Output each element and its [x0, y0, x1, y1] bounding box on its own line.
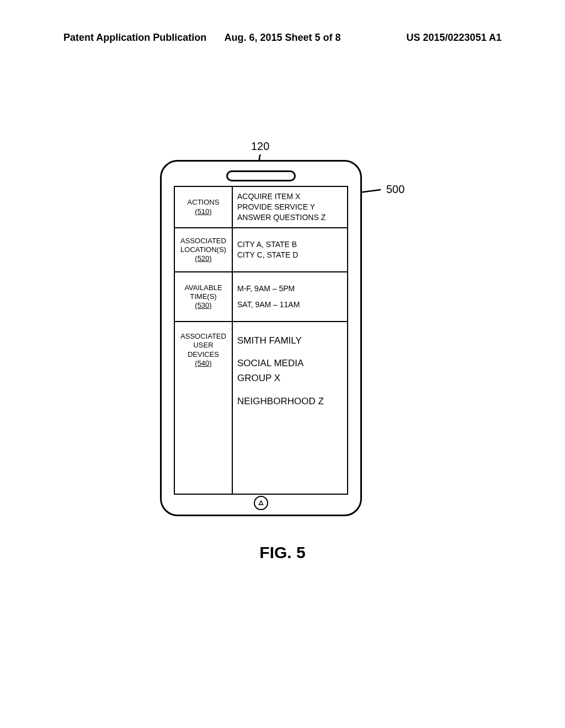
- phone-speaker: [226, 170, 296, 181]
- row-devices-title3: DEVICES: [188, 350, 219, 359]
- figure-caption: FIG. 5: [0, 543, 565, 562]
- row-devices-num: (540): [195, 359, 211, 368]
- row-times-title1: AVAILABLE: [184, 283, 222, 292]
- row-times-values: M-F, 9AM – 5PM SAT, 9AM – 11AM: [233, 272, 347, 321]
- devices-line-3: GROUP X: [237, 371, 343, 386]
- actions-line-1: ACQUIRE ITEM X: [237, 191, 343, 202]
- row-locations-num: (520): [195, 254, 211, 263]
- callout-500-label: 500: [386, 183, 404, 196]
- row-actions-values: ACQUIRE ITEM X PROVIDE SERVICE Y ANSWER …: [233, 187, 347, 227]
- row-times-label: AVAILABLE TIME(S) (530): [175, 272, 233, 321]
- row-locations-title1: ASSOCIATED: [180, 237, 226, 245]
- row-actions-title: ACTIONS: [188, 198, 220, 207]
- phone-device: ACTIONS (510) ACQUIRE ITEM X PROVIDE SER…: [160, 160, 362, 516]
- svg-marker-1: [259, 501, 263, 505]
- times-line-1: M-F, 9AM – 5PM: [237, 283, 343, 294]
- actions-line-3: ANSWER QUESTIONS Z: [237, 212, 343, 223]
- row-actions-label: ACTIONS (510): [175, 187, 233, 227]
- row-locations-label: ASSOCIATED LOCATION(S) (520): [175, 228, 233, 271]
- row-devices-values: SMITH FAMILY SOCIAL MEDIA GROUP X NEIGHB…: [233, 322, 347, 494]
- row-times-num: (530): [195, 301, 211, 310]
- actions-line-2: PROVIDE SERVICE Y: [237, 202, 343, 212]
- row-locations-title2: LOCATION(S): [180, 245, 226, 254]
- devices-line-2: SOCIAL MEDIA: [237, 356, 343, 371]
- device-ref-label: 120: [251, 140, 269, 153]
- row-devices-label: ASSOCIATED USER DEVICES (540): [175, 322, 233, 494]
- row-devices-title2: USER: [193, 341, 213, 350]
- devices-line-4: NEIGHBORHOOD Z: [237, 394, 343, 409]
- row-times-title2: TIME(S): [190, 292, 216, 301]
- row-locations-values: CITY A, STATE B CITY C, STATE D: [233, 228, 347, 271]
- locations-line-2: CITY C, STATE D: [237, 250, 343, 260]
- row-devices-title1: ASSOCIATED: [180, 332, 226, 341]
- locations-line-1: CITY A, STATE B: [237, 239, 343, 250]
- row-locations: ASSOCIATED LOCATION(S) (520) CITY A, STA…: [175, 228, 347, 272]
- row-actions: ACTIONS (510) ACQUIRE ITEM X PROVIDE SER…: [175, 187, 347, 228]
- row-devices: ASSOCIATED USER DEVICES (540) SMITH FAMI…: [175, 322, 347, 494]
- times-line-2: SAT, 9AM – 11AM: [237, 299, 343, 310]
- phone-screen: ACTIONS (510) ACQUIRE ITEM X PROVIDE SER…: [174, 186, 348, 495]
- home-button-icon: [254, 496, 268, 510]
- row-actions-num: (510): [195, 207, 211, 216]
- header-right: US 2015/0223051 A1: [407, 32, 502, 44]
- page: Patent Application Publication Aug. 6, 2…: [0, 0, 565, 728]
- row-times: AVAILABLE TIME(S) (530) M-F, 9AM – 5PM S…: [175, 272, 347, 322]
- devices-line-1: SMITH FAMILY: [237, 333, 343, 348]
